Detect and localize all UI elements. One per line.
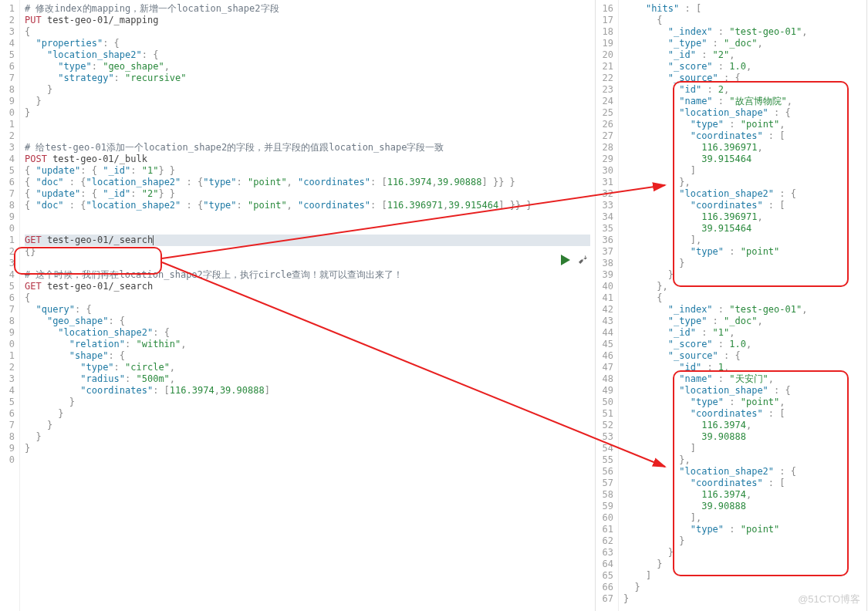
code-line[interactable]: { — [25, 292, 590, 304]
code-line[interactable]: { "update": { "_id": "1"} } — [25, 165, 590, 177]
code-line[interactable]: { — [623, 15, 862, 26]
code-line[interactable] — [25, 258, 590, 269]
code-line[interactable]: } — [25, 397, 590, 408]
code-line[interactable]: GET test-geo-01/_search — [25, 281, 590, 292]
code-line[interactable]: "name" : "故宫博物院", — [623, 96, 862, 107]
code-line[interactable]: } — [25, 408, 590, 420]
code-line[interactable]: 116.396971, — [623, 211, 862, 223]
code-line[interactable]: "id" : 1, — [623, 362, 862, 373]
code-line[interactable]: "query": { — [25, 304, 590, 316]
code-line[interactable]: ] — [623, 570, 862, 582]
wrench-icon[interactable] — [578, 255, 589, 268]
code-line[interactable]: "hits" : [ — [623, 3, 862, 15]
code-line[interactable]: ], — [623, 235, 862, 246]
code-line[interactable] — [25, 211, 590, 223]
code-line[interactable]: ] — [623, 165, 862, 177]
code-line[interactable]: "name" : "天安门", — [623, 373, 862, 385]
code-line[interactable]: } — [25, 107, 590, 119]
code-line[interactable]: "coordinates": [116.3974,39.90888] — [25, 385, 590, 397]
code-line[interactable]: "id" : 2, — [623, 84, 862, 96]
code-line[interactable]: "location_shape2": { — [25, 49, 590, 61]
left-line-gutter: 1234567890123456789012345678901234567890 — [0, 0, 20, 611]
code-line[interactable]: } — [623, 258, 862, 269]
code-line[interactable]: "_type" : "_doc", — [623, 316, 862, 327]
code-line[interactable]: 39.90888 — [623, 501, 862, 512]
code-line[interactable]: "type" : "point" — [623, 524, 862, 535]
code-line[interactable]: } — [623, 269, 862, 281]
code-line[interactable]: 39.90888 — [623, 431, 862, 443]
code-line[interactable]: } — [25, 420, 590, 431]
code-line[interactable]: }, — [623, 281, 862, 292]
code-line[interactable]: "location_shape2" : { — [623, 466, 862, 478]
code-line[interactable]: } — [25, 443, 590, 454]
code-line[interactable]: "_id" : "2", — [623, 49, 862, 61]
code-line[interactable]: POST test-geo-01/_bulk — [25, 154, 590, 165]
code-line[interactable]: "coordinates" : [ — [623, 408, 862, 420]
code-line[interactable]: "coordinates" : [ — [623, 200, 862, 211]
code-line[interactable]: "geo_shape": { — [25, 316, 590, 327]
code-line[interactable]: "radius": "500m", — [25, 373, 590, 385]
code-line[interactable]: } — [25, 84, 590, 96]
code-line[interactable]: "_source" : { — [623, 73, 862, 84]
run-icon[interactable] — [561, 255, 570, 268]
code-line[interactable]: "type": "circle", — [25, 362, 590, 373]
code-line[interactable]: }, — [623, 454, 862, 466]
code-line[interactable]: { "doc" : {"location_shape2" : {"type": … — [25, 177, 590, 188]
code-line[interactable]: "_index" : "test-geo-01", — [623, 26, 862, 38]
code-line[interactable]: # 给test-geo-01添加一个location_shape2的字段，并且字… — [25, 142, 590, 154]
code-line[interactable] — [25, 130, 590, 142]
code-line[interactable]: "location_shape2" : { — [623, 188, 862, 200]
code-line[interactable]: "relation": "within", — [25, 339, 590, 350]
code-line[interactable]: PUT test-geo-01/_mapping — [25, 15, 590, 26]
code-line[interactable]: 116.3974, — [623, 420, 862, 431]
code-line[interactable] — [25, 119, 590, 130]
code-line[interactable]: # 修改index的mapping，新增一个location_shape2字段 — [25, 3, 590, 15]
response-pane[interactable]: 1617181920212223242526272829303132333435… — [596, 0, 867, 611]
code-line[interactable]: { "update": { "_id": "2"} } — [25, 188, 590, 200]
code-line[interactable]: "type" : "point" — [623, 246, 862, 258]
code-line[interactable]: "location_shape" : { — [623, 385, 862, 397]
right-line-gutter: 1617181920212223242526272829303132333435… — [596, 0, 619, 611]
code-line[interactable]: 39.915464 — [623, 223, 862, 235]
code-line[interactable]: { "doc" : {"location_shape2" : {"type": … — [25, 200, 590, 211]
code-line[interactable]: "type": "geo_shape", — [25, 61, 590, 73]
code-line[interactable]: "coordinates" : [ — [623, 478, 862, 489]
code-line[interactable]: }, — [623, 177, 862, 188]
code-line[interactable]: "_score" : 1.0, — [623, 61, 862, 73]
code-line[interactable]: "_type" : "_doc", — [623, 38, 862, 49]
code-line[interactable]: ], — [623, 512, 862, 524]
request-editor-pane[interactable]: 1234567890123456789012345678901234567890… — [0, 0, 596, 611]
code-line[interactable]: } — [623, 559, 862, 570]
code-line[interactable]: "_index" : "test-geo-01", — [623, 304, 862, 316]
code-line[interactable]: 116.396971, — [623, 142, 862, 154]
code-line[interactable]: } — [25, 431, 590, 443]
code-line[interactable]: } — [25, 96, 590, 107]
code-line[interactable]: "location_shape" : { — [623, 107, 862, 119]
code-line[interactable] — [25, 454, 590, 466]
code-line[interactable]: "properties": { — [25, 38, 590, 49]
code-line[interactable]: # 这个时候，我们再在location_shape2字段上，执行circle查询… — [25, 269, 590, 281]
code-line[interactable]: } — [623, 582, 862, 593]
code-line[interactable]: "_source" : { — [623, 350, 862, 362]
code-line[interactable] — [25, 223, 590, 235]
code-line[interactable]: GET test-geo-01/_search — [25, 235, 590, 246]
code-line[interactable]: "_score" : 1.0, — [623, 339, 862, 350]
watermark: @51CTO博客 — [798, 592, 860, 606]
code-line[interactable]: {} — [25, 246, 590, 258]
svg-marker-0 — [561, 255, 570, 265]
code-line[interactable]: { — [25, 26, 590, 38]
code-line[interactable]: "strategy": "recursive" — [25, 73, 590, 84]
code-line[interactable]: "type" : "point", — [623, 397, 862, 408]
code-line[interactable]: } — [623, 547, 862, 559]
code-line[interactable]: "type" : "point", — [623, 119, 862, 130]
code-line[interactable]: 116.3974, — [623, 489, 862, 501]
code-line[interactable]: } — [623, 535, 862, 547]
code-line[interactable]: { — [623, 292, 862, 304]
left-code-area[interactable]: # 修改index的mapping，新增一个location_shape2字段P… — [20, 0, 595, 611]
code-line[interactable]: ] — [623, 443, 862, 454]
code-line[interactable]: "shape": { — [25, 350, 590, 362]
code-line[interactable]: "_id" : "1", — [623, 327, 862, 339]
code-line[interactable]: 39.915464 — [623, 154, 862, 165]
code-line[interactable]: "location_shape2": { — [25, 327, 590, 339]
code-line[interactable]: "coordinates" : [ — [623, 130, 862, 142]
